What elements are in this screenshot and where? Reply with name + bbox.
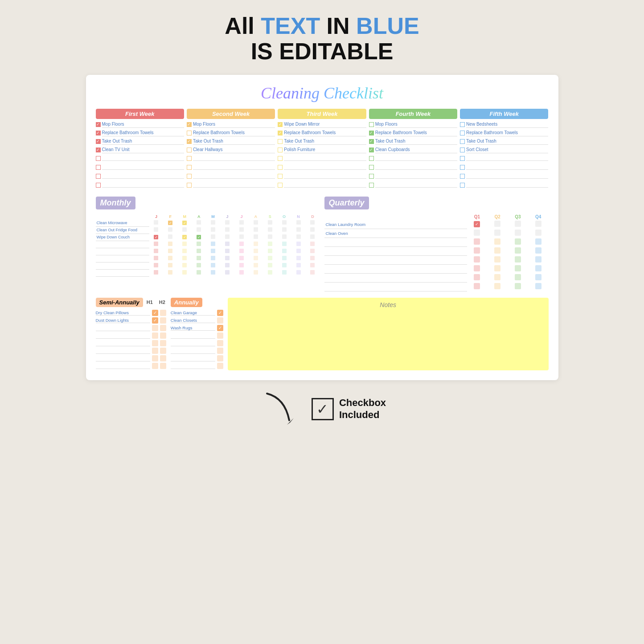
sa-blank-check-0-0[interactable] [152, 325, 158, 331]
week-checkbox-1-0[interactable]: ✓ [187, 122, 192, 127]
week-item-2-0[interactable]: ✓Wipe Down Mirror [278, 121, 366, 128]
week-item-4-3[interactable]: Sort Closet [460, 146, 548, 153]
monthly-blank-cb-4-4[interactable] [211, 270, 215, 275]
monthly-blank-cb-2-10[interactable] [296, 256, 301, 260]
week-checkbox-2-3[interactable] [278, 148, 283, 152]
week-item-2-1[interactable]: ✓Replace Bathroom Towels [278, 129, 366, 136]
monthly-blank-cb-0-11[interactable] [310, 242, 315, 246]
week-item-2-2[interactable]: Take Out Trash [278, 138, 366, 145]
week-blank-checkbox-0-3[interactable] [96, 183, 101, 188]
monthly-cb-0-7[interactable] [254, 220, 258, 225]
monthly-blank-cb-3-10[interactable] [296, 263, 301, 267]
monthly-blank-cb-4-2[interactable] [182, 270, 187, 275]
week-blank-checkbox-0-1[interactable] [96, 165, 101, 170]
monthly-blank-cb-0-8[interactable] [268, 242, 272, 246]
quarterly-cb-0-1[interactable] [494, 221, 500, 227]
monthly-cb-2-6[interactable] [239, 234, 244, 239]
quarterly-blank-cb-4-2[interactable] [515, 274, 521, 280]
week-item-3-3[interactable]: ✓Clean Cupboards [369, 146, 457, 153]
week-checkbox-1-3[interactable] [187, 148, 192, 152]
monthly-blank-cb-1-1[interactable] [168, 249, 172, 253]
quarterly-cb-0-2[interactable] [515, 221, 521, 227]
quarterly-blank-cb-2-2[interactable] [515, 256, 521, 263]
week-blank-checkbox-3-2[interactable] [369, 174, 374, 179]
monthly-blank-cb-2-0[interactable] [154, 256, 158, 260]
monthly-blank-cb-2-5[interactable] [225, 256, 230, 260]
monthly-blank-cb-1-5[interactable] [225, 249, 230, 253]
monthly-blank-cb-0-7[interactable] [254, 242, 258, 246]
week-item-4-1[interactable]: Replace Bathroom Towels [460, 129, 548, 136]
monthly-cb-0-9[interactable] [282, 220, 287, 225]
monthly-cb-2-5[interactable] [225, 234, 230, 239]
monthly-blank-cb-2-7[interactable] [254, 256, 258, 260]
monthly-blank-cb-2-11[interactable] [310, 256, 315, 260]
week-blank-checkbox-4-1[interactable] [460, 165, 465, 170]
monthly-blank-cb-1-2[interactable] [182, 249, 187, 253]
ann-blank-check-0[interactable] [217, 332, 223, 339]
monthly-cb-1-1[interactable] [168, 227, 172, 232]
monthly-cb-2-9[interactable] [282, 234, 287, 239]
monthly-cb-0-6[interactable] [239, 220, 244, 225]
week-blank-checkbox-0-2[interactable] [96, 174, 101, 179]
week-blank-checkbox-1-3[interactable] [187, 183, 192, 188]
monthly-blank-cb-1-4[interactable] [211, 249, 215, 253]
monthly-cb-1-0[interactable] [154, 227, 158, 232]
week-item-0-1[interactable]: ✓Replace Bathroom Towels [96, 129, 184, 136]
week-blank-checkbox-3-0[interactable] [369, 156, 374, 161]
week-checkbox-3-0[interactable] [369, 122, 374, 127]
monthly-cb-0-10[interactable] [296, 220, 301, 225]
quarterly-blank-cb-0-0[interactable] [474, 238, 480, 245]
monthly-blank-cb-3-0[interactable] [154, 263, 158, 267]
week-item-2-3[interactable]: Polish Furniture [278, 146, 366, 153]
monthly-blank-cb-1-0[interactable] [154, 249, 158, 253]
sa-check-1-0[interactable]: ✓ [152, 317, 158, 324]
monthly-blank-cb-3-11[interactable] [310, 263, 315, 267]
quarterly-blank-cb-1-3[interactable] [535, 247, 541, 254]
monthly-cb-2-2[interactable]: ✓ [182, 235, 187, 239]
quarterly-blank-cb-1-1[interactable] [494, 247, 500, 254]
monthly-cb-1-9[interactable] [282, 227, 287, 232]
quarterly-blank-cb-2-0[interactable] [474, 256, 480, 263]
week-blank-checkbox-2-2[interactable] [278, 174, 283, 179]
monthly-blank-cb-2-6[interactable] [239, 256, 244, 260]
week-blank-checkbox-3-1[interactable] [369, 165, 374, 170]
monthly-blank-cb-4-6[interactable] [239, 270, 244, 275]
week-item-1-0[interactable]: ✓Mop Floors [187, 121, 275, 128]
monthly-cb-1-2[interactable] [182, 227, 187, 232]
quarterly-blank-cb-5-3[interactable] [535, 283, 541, 289]
monthly-cb-0-3[interactable] [197, 220, 201, 225]
quarterly-cb-1-1[interactable] [494, 230, 500, 236]
monthly-cb-0-8[interactable] [268, 220, 272, 225]
quarterly-blank-cb-4-3[interactable] [535, 274, 541, 280]
sa-blank-check-4-1[interactable] [160, 355, 166, 361]
monthly-cb-1-6[interactable] [239, 227, 244, 232]
monthly-blank-cb-3-7[interactable] [254, 263, 258, 267]
week-blank-checkbox-1-0[interactable] [187, 156, 192, 161]
ann-check-0[interactable]: ✓ [217, 310, 223, 316]
monthly-cb-1-8[interactable] [268, 227, 272, 232]
week-checkbox-2-1[interactable]: ✓ [278, 131, 283, 135]
monthly-blank-cb-4-11[interactable] [310, 270, 315, 275]
monthly-blank-cb-0-5[interactable] [225, 242, 230, 246]
monthly-blank-cb-1-10[interactable] [296, 249, 301, 253]
monthly-blank-cb-3-4[interactable] [211, 263, 215, 267]
week-blank-checkbox-1-2[interactable] [187, 174, 192, 179]
sa-check-0-0[interactable]: ✓ [152, 310, 158, 316]
monthly-blank-cb-3-3[interactable] [197, 263, 201, 267]
monthly-cb-1-10[interactable] [296, 227, 301, 232]
week-checkbox-4-0[interactable] [460, 122, 465, 127]
week-item-3-2[interactable]: ✓Take Out Trash [369, 138, 457, 145]
week-checkbox-1-1[interactable] [187, 131, 192, 135]
ann-blank-check-1[interactable] [217, 340, 223, 346]
monthly-blank-cb-2-4[interactable] [211, 256, 215, 260]
week-item-4-2[interactable]: Take Out Trash [460, 138, 548, 145]
monthly-blank-cb-1-8[interactable] [268, 249, 272, 253]
week-checkbox-0-2[interactable]: ✓ [96, 139, 101, 144]
monthly-cb-1-11[interactable] [310, 227, 315, 232]
monthly-cb-2-8[interactable] [268, 234, 272, 239]
sa-blank-check-0-1[interactable] [160, 325, 166, 331]
monthly-cb-0-0[interactable] [154, 220, 158, 225]
monthly-cb-2-11[interactable] [310, 234, 315, 239]
quarterly-cb-1-3[interactable] [535, 230, 541, 236]
quarterly-blank-cb-1-2[interactable] [515, 247, 521, 254]
